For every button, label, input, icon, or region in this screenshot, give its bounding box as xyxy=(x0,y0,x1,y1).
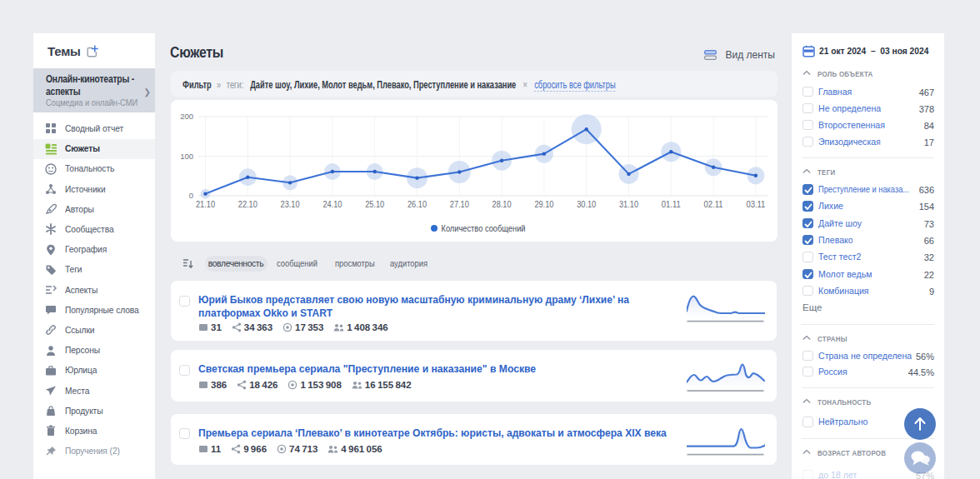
svg-text:0: 0 xyxy=(189,191,193,200)
svg-text:26.10: 26.10 xyxy=(408,200,427,209)
svg-text:01.11: 01.11 xyxy=(662,200,681,209)
svg-text:03.11: 03.11 xyxy=(746,200,765,209)
svg-text:23.10: 23.10 xyxy=(281,200,300,209)
svg-text:21.10: 21.10 xyxy=(196,200,215,209)
svg-text:31.10: 31.10 xyxy=(619,200,638,209)
svg-text:29.10: 29.10 xyxy=(534,200,553,209)
svg-text:27.10: 27.10 xyxy=(450,200,469,209)
svg-text:100: 100 xyxy=(180,152,193,161)
svg-text:200: 200 xyxy=(180,112,193,121)
svg-text:24.10: 24.10 xyxy=(322,200,342,209)
svg-text:25.10: 25.10 xyxy=(365,200,384,209)
svg-text:02.11: 02.11 xyxy=(704,200,723,209)
svg-text:30.10: 30.10 xyxy=(577,200,596,209)
svg-text:28.10: 28.10 xyxy=(492,200,512,209)
svg-text:22.10: 22.10 xyxy=(238,200,258,209)
svg-text:Количество сообщений: Количество сообщений xyxy=(442,223,526,233)
